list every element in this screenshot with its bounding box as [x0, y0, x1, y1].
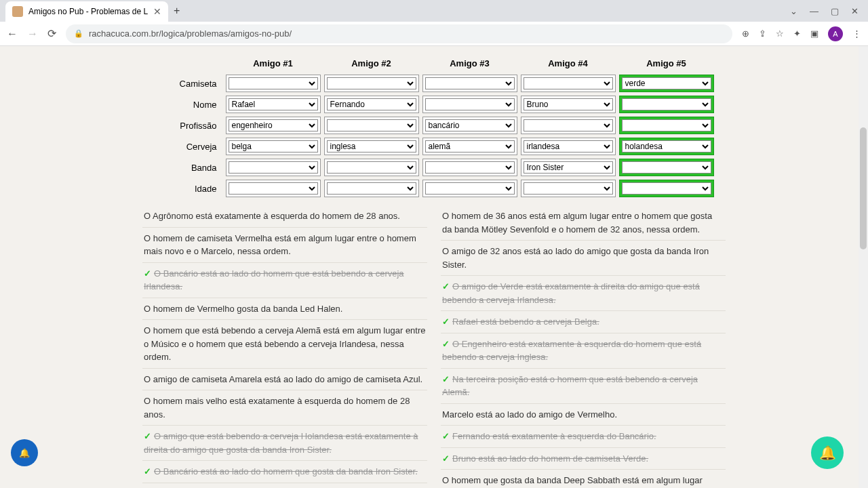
- back-button[interactable]: ←: [7, 28, 18, 40]
- clue-item[interactable]: O homem de 36 anos está em algum lugar e…: [441, 205, 726, 241]
- profile-avatar[interactable]: A: [828, 26, 843, 41]
- clue-text: Marcelo está ao lado do amigo de Vermelh…: [442, 409, 617, 420]
- grid-select[interactable]: [622, 98, 711, 110]
- grid-select[interactable]: [327, 182, 416, 195]
- grid-select[interactable]: [622, 182, 711, 195]
- grid-cell: [324, 75, 419, 92]
- new-tab-button[interactable]: +: [174, 5, 180, 17]
- clue-item[interactable]: ✓Rafael está bebendo a cerveja Belga.: [441, 311, 726, 333]
- grid-select[interactable]: [229, 182, 318, 195]
- clue-item[interactable]: O Agrônomo está exatamente à esquerda do…: [142, 205, 427, 228]
- grid-select[interactable]: Fernando: [327, 98, 416, 110]
- grid-select[interactable]: alemã: [425, 140, 515, 152]
- notification-badge-right[interactable]: 🔔: [811, 436, 844, 469]
- grid-cell: inglesa: [324, 138, 419, 155]
- check-icon: ✓: [144, 268, 151, 279]
- reload-button[interactable]: ⟳: [47, 27, 56, 40]
- grid-select[interactable]: inglesa: [327, 140, 416, 152]
- clues-container: O Agrônomo está exatamente à esquerda do…: [142, 205, 726, 488]
- grid-select[interactable]: holandesa: [622, 140, 711, 152]
- clue-item[interactable]: ✓O Bancário está ao lado do homem que go…: [142, 461, 427, 483]
- zoom-icon[interactable]: ⊕: [742, 28, 749, 39]
- dropdown-icon[interactable]: ⌄: [790, 6, 797, 16]
- grid-select[interactable]: [425, 77, 515, 89]
- clue-item[interactable]: Marcelo está ao lado do amigo de Vermelh…: [441, 404, 726, 426]
- clue-text: O homem de Vermelho gosta da banda Led H…: [144, 304, 342, 314]
- grid-select[interactable]: [425, 98, 515, 110]
- grid-cell: [226, 75, 321, 92]
- clue-text: O homem mais velho está exatamente à esq…: [144, 396, 410, 420]
- bookmark-icon[interactable]: ☆: [776, 28, 784, 39]
- scrollbar[interactable]: [859, 46, 868, 488]
- grid-select[interactable]: [327, 119, 416, 131]
- clue-text: O amigo que está bebendo a cerveja Holan…: [144, 431, 418, 455]
- clue-item[interactable]: O amigo de 32 anos está ao lado do amigo…: [441, 241, 726, 276]
- grid-select[interactable]: Bruno: [524, 98, 613, 110]
- extensions-icon[interactable]: ✦: [793, 28, 801, 39]
- clue-item[interactable]: ✓O Bancário está ao lado do homem que es…: [142, 263, 427, 298]
- grid-select[interactable]: Rafael: [229, 98, 318, 110]
- grid-select[interactable]: [524, 77, 613, 89]
- menu-icon[interactable]: ⋮: [852, 28, 861, 39]
- scrollbar-thumb[interactable]: [860, 127, 867, 249]
- clue-text: O Agrônomo está exatamente à esquerda do…: [144, 211, 400, 221]
- grid-select[interactable]: belga: [229, 140, 318, 152]
- share-icon[interactable]: ⇪: [759, 28, 766, 39]
- forward-button[interactable]: →: [27, 28, 38, 40]
- column-header: Amigo #1: [226, 56, 321, 71]
- grid-select[interactable]: [622, 161, 711, 174]
- grid-select[interactable]: verde: [622, 77, 711, 89]
- check-icon: ✓: [442, 339, 450, 349]
- grid-select[interactable]: irlandesa: [524, 140, 613, 152]
- row-label: Nome: [155, 97, 222, 113]
- row-label: Banda: [155, 160, 222, 176]
- grid-cell: Rafael: [226, 96, 321, 113]
- clue-item[interactable]: O homem mais velho está exatamente à esq…: [142, 390, 427, 426]
- notification-badge-left[interactable]: 🔔: [11, 439, 38, 466]
- browser-toolbar: ← → ⟳ 🔒 rachacuca.com.br/logica/problema…: [0, 22, 868, 46]
- minimize-button[interactable]: —: [810, 6, 818, 16]
- grid-select[interactable]: [327, 77, 416, 89]
- grid-select[interactable]: [229, 161, 318, 174]
- clue-item[interactable]: O amigo de camiseta Amarela está ao lado…: [142, 369, 427, 391]
- clue-item[interactable]: O homem que gosta da banda Deep Sabbath …: [441, 470, 726, 488]
- grid-cell: engenheiro: [226, 117, 321, 134]
- grid-select[interactable]: [622, 119, 711, 131]
- maximize-button[interactable]: ▢: [831, 6, 839, 16]
- grid-select[interactable]: [524, 119, 613, 131]
- grid-select[interactable]: [425, 182, 515, 195]
- clue-text: Rafael está bebendo a cerveja Belga.: [452, 317, 599, 327]
- close-tab-icon[interactable]: ✕: [153, 6, 161, 17]
- grid-cell: [226, 180, 321, 197]
- clue-item[interactable]: ✓Bruno está ao lado do homem de camiseta…: [441, 448, 726, 470]
- grid-select[interactable]: Iron Sister: [524, 161, 613, 174]
- grid-cell: [521, 75, 616, 92]
- clue-item[interactable]: ✓O amigo de Verde está exatamente à dire…: [441, 276, 726, 311]
- clue-item[interactable]: O homem que está bebendo a cerveja Ingle…: [142, 483, 427, 489]
- grid-cell: Fernando: [324, 96, 419, 113]
- clue-item[interactable]: O homem de camiseta Vermelha está em alg…: [142, 228, 427, 263]
- grid-select[interactable]: [327, 161, 416, 174]
- close-window-button[interactable]: ✕: [851, 6, 859, 16]
- row-label: Profissão: [155, 118, 222, 134]
- clue-text: O homem que gosta da banda Deep Sabbath …: [442, 475, 712, 488]
- clue-item[interactable]: O homem que está bebendo a cerveja Alemã…: [142, 320, 427, 369]
- grid-select[interactable]: engenheiro: [229, 119, 318, 131]
- column-header: Amigo #2: [324, 56, 419, 71]
- address-bar[interactable]: 🔒 rachacuca.com.br/logica/problemas/amig…: [66, 24, 732, 43]
- grid-select[interactable]: [425, 161, 515, 174]
- clue-item[interactable]: ✓O Engenheiro está exatamente à esquerda…: [441, 333, 726, 369]
- clue-item[interactable]: O homem de Vermelho gosta da banda Led H…: [142, 298, 427, 321]
- clue-item[interactable]: ✓O amigo que está bebendo a cerveja Hola…: [142, 426, 427, 461]
- column-header: Amigo #5: [619, 56, 714, 71]
- grid-select[interactable]: bancário: [425, 119, 515, 131]
- check-icon: ✓: [144, 431, 151, 441]
- check-icon: ✓: [144, 466, 151, 476]
- clue-item[interactable]: ✓Fernando está exatamente à esquerda do …: [441, 426, 726, 448]
- browser-tab[interactable]: Amigos no Pub - Problemas de L ✕: [5, 1, 168, 22]
- grid-select[interactable]: [524, 182, 613, 195]
- grid-select[interactable]: [229, 77, 318, 89]
- sidepanel-icon[interactable]: ▣: [810, 28, 818, 39]
- row-label: Idade: [155, 181, 222, 197]
- clue-item[interactable]: ✓Na terceira posição está o homem que es…: [441, 369, 726, 404]
